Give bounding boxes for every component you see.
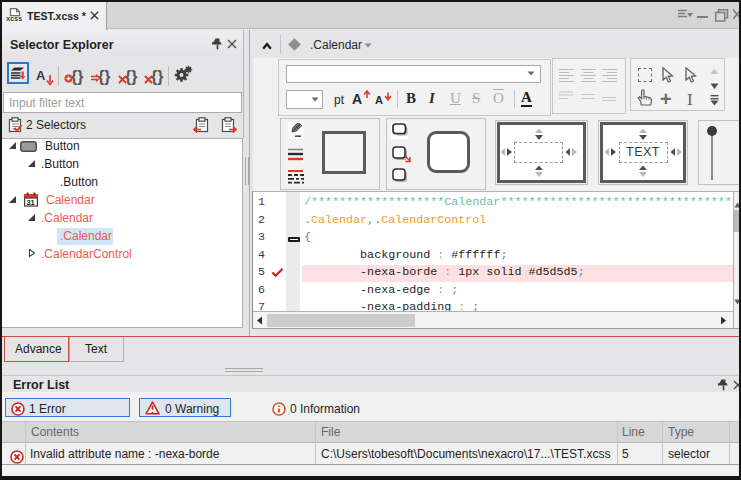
svg-text:{}: {}: [125, 68, 137, 85]
svg-text:{}: {}: [71, 68, 83, 85]
svg-text:{}: {}: [151, 68, 163, 85]
svg-text:31: 31: [26, 198, 34, 207]
svg-text:{}: {}: [98, 68, 110, 85]
svg-text:xcss: xcss: [6, 15, 22, 22]
